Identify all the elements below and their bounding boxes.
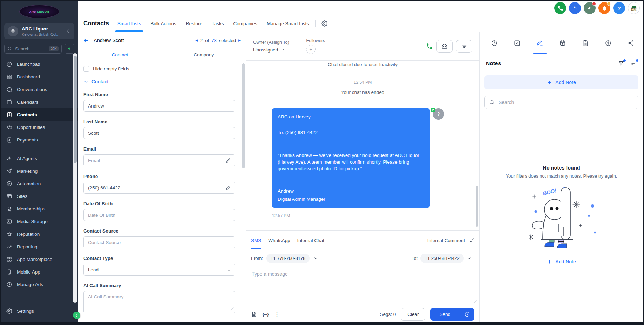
tab-payments[interactable] — [601, 32, 616, 54]
sidebar-item-reputation[interactable]: Reputation — [1, 228, 78, 240]
pager-total[interactable]: 78 — [211, 38, 216, 43]
sidebar-item-contacts[interactable]: Contacts — [1, 108, 78, 121]
sidebar-item-sites[interactable]: Sites — [1, 190, 78, 202]
first-name-field[interactable] — [83, 100, 235, 112]
pager-prev-icon[interactable]: ◀ — [195, 39, 198, 42]
sidebar-item-marketing[interactable]: Marketing — [1, 165, 78, 177]
tab-associations[interactable] — [623, 32, 639, 54]
sidebar-scrollbar-thumb[interactable] — [74, 56, 77, 163]
outbound-message-bubble[interactable]: ARC on Harvey To: (250) 681-4422 “Thanks… — [272, 108, 430, 208]
edit-pencil-icon[interactable] — [225, 157, 231, 165]
custom-values-icon[interactable]: {···} — [263, 312, 268, 317]
email-thread-button[interactable] — [436, 40, 453, 53]
sidebar-search-input[interactable]: Search ⌘K — [4, 44, 62, 54]
back-button[interactable] — [83, 37, 89, 44]
phone-dialer-button[interactable] — [554, 2, 566, 14]
chevron-down-icon[interactable] — [313, 256, 318, 261]
tab-tasks[interactable] — [509, 32, 525, 54]
collapse-composer-icon[interactable] — [469, 238, 474, 243]
sidebar-item-conversations[interactable]: Conversations — [1, 83, 78, 96]
sidebar-item-launchpad[interactable]: Launchpad — [1, 58, 78, 70]
internal-comment-label[interactable]: Internal Comment — [427, 238, 465, 243]
bubble-signature-name: Andrew — [278, 188, 424, 195]
tab-bulk-actions[interactable]: Bulk Actions — [150, 15, 176, 32]
contact-section-toggle[interactable]: Contact — [83, 79, 235, 84]
sidebar-item-opportunities[interactable]: Opportunities — [1, 121, 78, 133]
tab-tasks[interactable]: Tasks — [212, 15, 224, 32]
tab-restore[interactable]: Restore — [186, 15, 202, 32]
notes-filter-button[interactable] — [618, 60, 624, 67]
contact-type-select[interactable]: Lead — [83, 264, 235, 276]
sidebar-item-payments[interactable]: Payments — [1, 133, 78, 146]
hide-empty-fields-checkbox[interactable] — [83, 66, 89, 72]
tab-activity[interactable] — [487, 32, 502, 54]
add-follower-button[interactable]: + — [306, 45, 316, 54]
tab-dash[interactable]: - — [331, 231, 333, 250]
resize-handle-icon[interactable] — [230, 306, 234, 312]
contact-source-field[interactable] — [83, 236, 235, 248]
chat-scrollbar-thumb[interactable] — [476, 186, 478, 227]
tab-smart-lists[interactable]: Smart Lists — [117, 15, 141, 32]
send-button-label[interactable]: Send — [430, 308, 460, 321]
kebab-menu-icon[interactable]: ⋮ — [274, 311, 280, 317]
date-of-birth-field[interactable] — [83, 209, 235, 221]
sidebar-item-app-marketplace[interactable]: App Marketplace — [1, 253, 78, 265]
message-input[interactable] — [252, 271, 474, 302]
sidebar-item-dashboard[interactable]: Dashboard — [1, 70, 78, 83]
notes-sort-button[interactable] — [631, 60, 637, 67]
quick-actions-button[interactable] — [65, 44, 74, 54]
phone-field[interactable] — [83, 182, 235, 194]
sidebar-item-settings[interactable]: Settings — [1, 305, 78, 317]
resize-handle-icon[interactable] — [474, 298, 477, 304]
add-note-footer-button[interactable]: Add Note — [545, 258, 578, 265]
tab-companies[interactable]: Companies — [233, 15, 257, 32]
last-name-field[interactable] — [83, 127, 235, 139]
sidebar-item-media-storage[interactable]: Media Storage — [1, 215, 78, 228]
email-field[interactable] — [83, 154, 235, 166]
from-number-pill[interactable]: +1 778-760-8178 — [266, 254, 310, 263]
tab-sms[interactable]: SMS — [251, 231, 261, 250]
user-avatar[interactable]: DM — [628, 2, 640, 14]
tab-internal-chat[interactable]: Internal Chat — [297, 231, 324, 250]
clear-button[interactable]: Clear — [401, 308, 425, 321]
contact-panel-scrollbar-thumb[interactable] — [242, 63, 245, 168]
tab-appointments[interactable] — [555, 32, 570, 54]
announcements-button[interactable] — [584, 2, 596, 14]
to-number-pill[interactable]: +1 250-681-4422 — [420, 254, 463, 263]
sidebar-item-memberships[interactable]: Memberships — [1, 202, 78, 215]
help-button[interactable]: ? — [613, 2, 625, 14]
sidebar-item-calendars[interactable]: Calendars — [1, 96, 78, 108]
templates-icon[interactable] — [251, 311, 257, 317]
tab-notes[interactable] — [532, 32, 548, 54]
notifications-button[interactable] — [598, 2, 610, 14]
notes-search-input[interactable] — [498, 99, 634, 105]
sidebar-item-mobile-app[interactable]: Mobile App — [1, 265, 78, 278]
sidebar-item-label: Payments — [17, 137, 38, 143]
sender-avatar[interactable]: ? — [433, 108, 444, 120]
sidebar-item-reporting[interactable]: Reporting — [1, 240, 78, 253]
sidebar-collapse-button[interactable]: ‹ — [73, 312, 80, 319]
edit-pencil-icon[interactable] — [225, 185, 231, 192]
chevron-down-icon[interactable] — [467, 256, 472, 261]
tab-company[interactable]: Company — [162, 49, 246, 61]
sidebar-item-automation[interactable]: Automation — [1, 177, 78, 190]
filter-messages-button[interactable] — [456, 40, 472, 53]
add-note-button[interactable]: Add Note — [484, 75, 638, 89]
send-button[interactable]: Send — [430, 308, 474, 321]
sidebar-item-ai-agents[interactable]: AI Agents — [1, 152, 78, 165]
contacts-settings-button[interactable] — [321, 15, 327, 32]
account-switcher[interactable]: ARC Liquor Kelowna, British Col... — [4, 23, 74, 39]
sidebar-item-manage-ads[interactable]: Manage Ads — [1, 278, 78, 291]
connect-sparkle-button[interactable] — [569, 2, 581, 14]
call-contact-button[interactable] — [426, 43, 433, 50]
tab-whatsapp[interactable]: WhatsApp — [268, 231, 290, 250]
sidebar-scrollbar[interactable] — [73, 53, 77, 303]
schedule-send-button[interactable] — [460, 308, 474, 321]
sidebar-search-placeholder: Search — [15, 46, 29, 51]
pager-next-icon[interactable]: ▶ — [238, 39, 241, 42]
owner-select[interactable]: Unassigned — [253, 47, 289, 53]
tab-contact[interactable]: Contact — [78, 49, 162, 61]
tab-documents[interactable] — [578, 32, 593, 54]
ai-call-summary-field[interactable] — [83, 291, 235, 313]
tab-manage-smart-lists[interactable]: Manage Smart Lists — [267, 15, 309, 32]
